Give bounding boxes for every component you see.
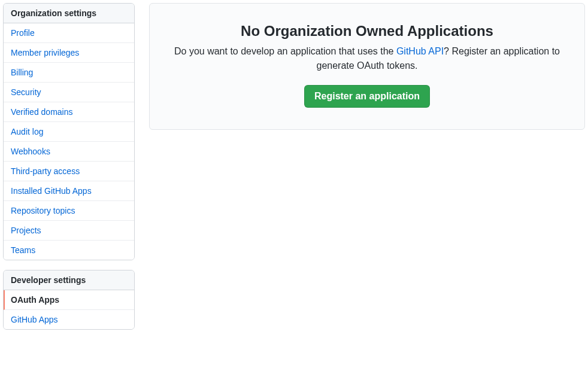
sidebar-item-projects[interactable]: Projects [4,221,134,241]
sidebar-item-profile[interactable]: Profile [4,23,134,43]
blankslate-title: No Organization Owned Applications [169,23,565,39]
settings-sidebar: Organization settings Profile Member pri… [3,3,135,339]
sidebar-item-webhooks[interactable]: Webhooks [4,142,134,162]
register-application-button[interactable]: Register an application [304,85,430,108]
sidebar-item-teams[interactable]: Teams [4,241,134,260]
sidebar-item-security[interactable]: Security [4,83,134,102]
sidebar-item-third-party-access[interactable]: Third-party access [4,162,134,181]
sidebar-item-audit-log[interactable]: Audit log [4,122,134,142]
sidebar-item-member-privileges[interactable]: Member privileges [4,43,134,63]
desc-pre: Do you want to develop an application th… [174,46,396,56]
sidebar-item-oauth-apps[interactable]: OAuth Apps [4,290,134,310]
sidebar-item-installed-github-apps[interactable]: Installed GitHub Apps [4,181,134,201]
blankslate-description: Do you want to develop an application th… [169,44,565,73]
main-content: No Organization Owned Applications Do yo… [149,3,585,339]
sidebar-item-github-apps[interactable]: GitHub Apps [4,310,134,329]
developer-settings-menu: Developer settings OAuth Apps GitHub App… [3,270,135,330]
blankslate-panel: No Organization Owned Applications Do yo… [149,3,585,130]
sidebar-item-billing[interactable]: Billing [4,63,134,83]
github-api-link[interactable]: GitHub API [396,46,444,56]
sidebar-item-repository-topics[interactable]: Repository topics [4,201,134,221]
sidebar-item-verified-domains[interactable]: Verified domains [4,102,134,122]
developer-settings-header: Developer settings [4,270,134,290]
org-settings-menu: Organization settings Profile Member pri… [3,3,135,260]
org-settings-header: Organization settings [4,4,134,23]
